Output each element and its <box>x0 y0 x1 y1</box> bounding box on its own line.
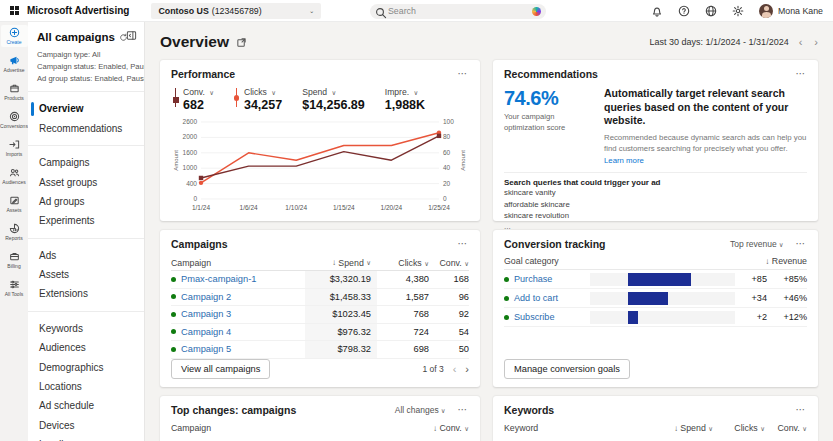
manage-conversion-goals-button[interactable]: Manage conversion goals <box>504 359 630 379</box>
column-clicks[interactable]: Clicks ∨ <box>377 258 429 268</box>
svg-text:1/25/24: 1/25/24 <box>428 204 450 211</box>
rail-item-label: Reports <box>5 235 23 241</box>
preview-icon[interactable] <box>236 37 247 48</box>
column-conv[interactable]: ↓ Conv. ∨ <box>433 423 469 433</box>
column-keyword[interactable]: Keyword <box>504 423 643 433</box>
more-options-icon[interactable]: ⋯ <box>796 407 808 413</box>
more-options-icon[interactable]: ⋯ <box>458 71 470 77</box>
recommendation-headline: Automatically target relevant search que… <box>604 87 807 128</box>
metric-spend[interactable]: Spend ∨$14,256.89 <box>302 87 365 112</box>
metric-impre[interactable]: Impre. ∨1,988K <box>385 87 425 112</box>
column-goal-category[interactable]: Goal category <box>504 256 559 266</box>
sort-desc-icon: ↓ <box>433 424 437 433</box>
column-clicks[interactable]: Clicks ∨ <box>713 423 765 433</box>
sidebar-item-demographics[interactable]: Demographics <box>28 357 144 376</box>
reports-icon <box>9 223 20 234</box>
goal-link[interactable]: Purchase <box>514 274 552 284</box>
sidebar-item-extensions[interactable]: Extensions <box>28 284 144 303</box>
date-range[interactable]: Last 30 days: 1/1/2024 - 1/31/2024 <box>650 37 789 47</box>
conversion-table-header: Goal category ↓ Revenue <box>504 256 807 270</box>
rail-item-assets[interactable]: Assets <box>1 193 28 215</box>
all-changes-dropdown[interactable]: All changes∨ <box>395 405 446 415</box>
svg-text:Amount: Amount <box>173 150 179 171</box>
revenue-filter-dropdown[interactable]: Top revenue∨ <box>730 239 784 249</box>
chevron-down-icon: ∨ <box>366 259 371 267</box>
sidebar-item-ad-groups[interactable]: Ad groups <box>28 192 144 211</box>
sidebar-item-locations[interactable]: Locations <box>28 377 144 396</box>
svg-text:1/6/24: 1/6/24 <box>240 204 258 211</box>
account-selector[interactable]: Contoso US (123456789) ⌄ <box>151 3 321 19</box>
optimization-score: 74.6% <box>504 87 592 110</box>
sort-desc-icon: ↓ <box>332 258 336 267</box>
campaign-link[interactable]: Pmax-campaign-1 <box>181 274 256 284</box>
campaign-link[interactable]: Campaign 4 <box>181 327 231 337</box>
sidebar-item-landing-pages[interactable]: Landing pages <box>28 435 144 441</box>
rail-item-billing[interactable]: Billing <box>1 249 28 271</box>
notifications-icon[interactable] <box>651 5 663 17</box>
search-input[interactable] <box>388 6 528 16</box>
sidebar-item-assets[interactable]: Assets <box>28 265 144 284</box>
sidebar-item-ad-schedule[interactable]: Ad schedule <box>28 396 144 415</box>
svg-text:0: 0 <box>443 195 447 202</box>
rail-item-label: Assets <box>6 207 21 213</box>
date-next-icon[interactable]: › <box>814 38 818 47</box>
view-all-campaigns-button[interactable]: View all campaigns <box>171 359 270 379</box>
rail-item-audiences[interactable]: Audiences <box>1 165 28 187</box>
sidebar-item-devices[interactable]: Devices <box>28 416 144 435</box>
sidebar-filter: Ad group status: Enabled, Paused <box>37 73 135 85</box>
more-options-icon[interactable]: ⋯ <box>458 241 470 247</box>
campaign-link[interactable]: Campaign 3 <box>181 309 231 319</box>
learn-more-link[interactable]: Learn more <box>604 156 644 165</box>
campaigns-table-header: Campaign ↓ Spend ∨ Clicks ∨ Conv. ∨ <box>171 255 469 271</box>
metric-label: Clicks ∨ <box>244 87 282 97</box>
rail-item-all-tools[interactable]: All Tools <box>1 277 28 299</box>
metric-value: 682 <box>183 98 214 112</box>
rail-item-advertise[interactable]: Advertise <box>1 53 28 75</box>
sidebar-item-experiments[interactable]: Experiments <box>28 211 144 230</box>
page-title: Overview <box>160 33 229 51</box>
settings-icon[interactable] <box>732 5 744 17</box>
metric-clicks[interactable]: Clicks ∨34,257 <box>234 87 282 112</box>
rail-item-imports[interactable]: Imports <box>1 137 28 159</box>
metric-conv[interactable]: Conv. ∨682 <box>173 87 214 112</box>
feedback-icon[interactable] <box>705 5 717 17</box>
more-options-icon[interactable]: ⋯ <box>458 407 470 413</box>
svg-text:20: 20 <box>443 180 451 187</box>
collapse-panel-icon[interactable] <box>126 30 137 41</box>
more-options-icon[interactable]: ⋯ <box>796 241 808 247</box>
sidebar-item-campaigns[interactable]: Campaigns <box>28 153 144 172</box>
column-conv[interactable]: Conv. ∨ <box>765 423 807 433</box>
column-campaign[interactable]: Campaign <box>171 258 305 268</box>
rail-item-conversions[interactable]: Conversions <box>1 109 28 131</box>
goal-link[interactable]: Add to cart <box>514 293 558 303</box>
next-page-icon[interactable]: › <box>465 365 469 373</box>
campaign-link[interactable]: Campaign 2 <box>181 292 231 302</box>
copilot-icon[interactable] <box>532 7 541 16</box>
svg-text:0: 0 <box>193 195 197 202</box>
help-icon[interactable] <box>678 5 690 17</box>
sidebar-item-keywords[interactable]: Keywords <box>28 319 144 338</box>
prev-page-icon[interactable]: ‹ <box>453 365 457 373</box>
search-box[interactable] <box>370 4 546 19</box>
keywords-table-header: Keyword ↓ Spend ∨ Clicks ∨ Conv. ∨ <box>504 423 807 433</box>
column-spend[interactable]: ↓ Spend ∨ <box>643 423 713 433</box>
column-revenue[interactable]: ↓ Revenue <box>765 256 807 266</box>
rail-item-create[interactable]: Create <box>1 25 28 47</box>
campaign-link[interactable]: Campaign 5 <box>181 344 231 354</box>
sidebar-item-overview[interactable]: Overview <box>28 99 144 118</box>
delta-cell: +85 <box>735 274 767 284</box>
topbar-actions: Mona Kane <box>651 4 823 18</box>
goal-link[interactable]: Subscribe <box>514 312 554 322</box>
column-campaign[interactable]: Campaign <box>171 423 211 433</box>
user-menu[interactable]: Mona Kane <box>759 4 823 18</box>
date-prev-icon[interactable]: ‹ <box>799 38 803 47</box>
column-conv[interactable]: Conv. ∨ <box>429 258 469 268</box>
column-spend[interactable]: ↓ Spend ∨ <box>305 255 377 270</box>
rail-item-products[interactable]: Products <box>1 81 28 103</box>
sidebar-item-ads[interactable]: Ads <box>28 246 144 265</box>
more-options-icon[interactable]: ⋯ <box>796 71 808 77</box>
sidebar-item-asset-groups[interactable]: Asset groups <box>28 172 144 191</box>
sidebar-item-recommendations[interactable]: Recommendations <box>28 119 144 138</box>
rail-item-reports[interactable]: Reports <box>1 221 28 243</box>
sidebar-item-audiences[interactable]: Audiences <box>28 338 144 357</box>
